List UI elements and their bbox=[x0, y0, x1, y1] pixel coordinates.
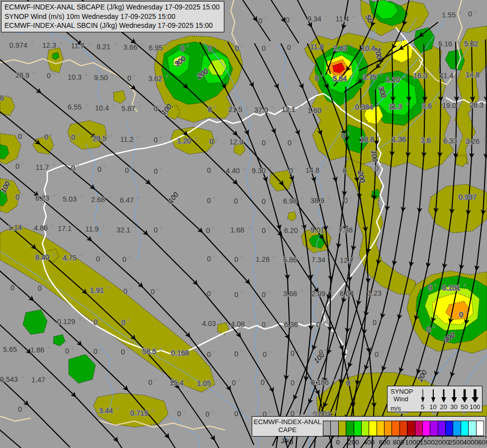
sbcin-value-label: 18.8 bbox=[360, 135, 374, 143]
sbcin-value-label: 0 bbox=[232, 379, 236, 387]
cape-color-cell bbox=[346, 421, 354, 436]
sbcin-value-label: 0 bbox=[121, 348, 125, 356]
sbcin-value-label: 0 bbox=[288, 139, 292, 147]
wind-speed-label: 100 bbox=[470, 403, 481, 411]
sbcin-value-label: 0 bbox=[319, 348, 323, 356]
sbcin-value-label: 0 bbox=[459, 311, 463, 319]
sbcin-value-label: 0 bbox=[96, 255, 100, 263]
cape-legend-name: ECMWF-INDEX-ANAL bbox=[252, 418, 323, 426]
sbcin-value-label: 0 bbox=[15, 162, 19, 170]
sbcin-value-label: 0 bbox=[154, 226, 158, 234]
sbcin-value-label: 4.08 bbox=[231, 320, 245, 328]
sbcin-value-label: 5.86 bbox=[283, 256, 297, 264]
sbcin-value-label: 0 bbox=[258, 17, 262, 25]
sbcin-value-label: 0 bbox=[208, 106, 212, 113]
cape-color-cell bbox=[423, 421, 430, 436]
sbcin-value-label: 0 bbox=[262, 139, 266, 147]
sbcin-value-label: 0 bbox=[121, 319, 125, 327]
weather-map-screen: 300200100100100502003001002003002001009.… bbox=[0, 0, 487, 448]
sbcin-value-label: 1.23 bbox=[368, 289, 382, 297]
cape-color-cell bbox=[430, 421, 438, 436]
sbcin-value-label: 17.1 bbox=[58, 224, 72, 232]
sbcin-value-label: 0 bbox=[234, 197, 238, 205]
cape-tick-label: 400 bbox=[363, 439, 375, 446]
title-line-wind: SYNOP Wind (m/s) 10m Wednesday 17-09-202… bbox=[4, 12, 220, 21]
sbcin-value-label: 0 bbox=[44, 133, 48, 141]
sbcin-value-label: 0 bbox=[154, 136, 158, 144]
cape-tick-label: 0 bbox=[336, 439, 340, 446]
wind-arrow-icon bbox=[450, 388, 458, 403]
contour-label: 100 bbox=[370, 150, 379, 162]
sbcin-value-label: 0 bbox=[15, 193, 19, 201]
sbcin-value-label: 10.4 bbox=[95, 104, 109, 112]
wind-arrow-5: 5 bbox=[417, 388, 428, 411]
sbcin-value-label: 0 bbox=[122, 255, 126, 263]
sbcin-value-label: 38.9 bbox=[310, 197, 324, 205]
cape-tick-label: 4000 bbox=[463, 439, 478, 446]
wind-arrow-20: 20 bbox=[438, 388, 449, 411]
sbcin-value-label: 11.7 bbox=[35, 163, 49, 171]
wind-speed-label: 30 bbox=[450, 403, 457, 411]
cape-tick-label: 800 bbox=[393, 439, 404, 446]
sbcin-value-label: 0 bbox=[177, 410, 181, 418]
wind-speed-label: 50 bbox=[461, 403, 468, 411]
sbcin-value-label: 0 bbox=[263, 350, 267, 358]
sbcin-value-label: 6.20 bbox=[284, 226, 298, 234]
sbcin-value-label: 1.14 bbox=[8, 224, 22, 231]
sbcin-value-label: 0 bbox=[261, 378, 265, 386]
sbcin-value-label: 0 bbox=[234, 255, 238, 263]
sbcin-value-label: 10.3 bbox=[68, 73, 82, 81]
sbcin-value-label: 1.86 bbox=[30, 346, 44, 354]
sbcin-value-label: 1.47 bbox=[31, 376, 45, 384]
wind-arrow-icon bbox=[461, 388, 469, 403]
sbcin-value-label: 15.4 bbox=[170, 379, 184, 387]
sbcin-value-label: 19.0 bbox=[442, 102, 456, 110]
sbcin-value-label: 5.02 bbox=[464, 40, 478, 48]
sbcin-value-label: 58.5 bbox=[142, 347, 156, 355]
sbcin-value-label: 3.6 bbox=[422, 102, 432, 110]
cape-color-cell bbox=[339, 421, 346, 436]
sbcin-value-label: 12.9 bbox=[229, 138, 243, 146]
map-canvas: 300200100100100502003001002003002001009.… bbox=[0, 0, 487, 448]
sbcin-value-label: 11.2 bbox=[120, 135, 133, 143]
sbcin-value-label: 2.43 bbox=[333, 44, 347, 52]
sbcin-value-label: 0 bbox=[207, 197, 211, 205]
sbcin-value-label: 0 bbox=[427, 326, 431, 334]
sbcin-value-label: 0 bbox=[316, 321, 320, 329]
sbcin-value-label: 1.55 bbox=[442, 11, 456, 19]
sbcin-value-label: 0 bbox=[205, 410, 209, 418]
sbcin-value-label: 11.7 bbox=[71, 42, 84, 50]
sbcin-value-label: 0 bbox=[127, 74, 131, 82]
sbcin-value-label: 0 bbox=[207, 166, 211, 174]
sbcin-value-label: 1.91 bbox=[90, 286, 104, 294]
sbcin-value-label: 0 bbox=[315, 74, 319, 82]
sbcin-value-label: 1.68 bbox=[230, 226, 244, 234]
sbcin-value-label: 0 bbox=[262, 226, 266, 234]
sbcin-value-label: 5.16 bbox=[438, 40, 452, 48]
cape-tick-label: 200 bbox=[348, 439, 359, 446]
sbcin-value-label: 0.543 bbox=[0, 375, 18, 383]
sbcin-value-label: 29.5 bbox=[93, 134, 106, 142]
sbcin-value-label: 12.7 bbox=[340, 256, 354, 264]
cape-color-cell bbox=[362, 421, 369, 436]
sbcin-value-label: 0.997 bbox=[459, 193, 477, 201]
sbcin-value-label: 0 bbox=[291, 379, 294, 387]
sbcin-value-label: 14.8 bbox=[466, 71, 480, 79]
sbcin-value-label: 10.4 bbox=[361, 44, 375, 52]
wind-arrow-50: 50 bbox=[459, 388, 470, 411]
sbcin-value-label: 5.87 bbox=[121, 105, 135, 112]
cape-tick-label: 2500 bbox=[449, 439, 464, 446]
sbcin-value-label: 0.129 bbox=[57, 318, 75, 326]
cape-color-cell bbox=[415, 421, 423, 436]
sbcin-value-label: 0 bbox=[235, 44, 239, 52]
sbcin-value-label: 0 bbox=[375, 164, 379, 172]
wind-speed-label: 10 bbox=[429, 403, 436, 411]
sbcin-value-label: 37.0 bbox=[254, 106, 268, 114]
wind-speed-label: 5 bbox=[421, 403, 424, 411]
sbcin-value-label: 9.50 bbox=[94, 74, 108, 82]
cape-tick-label: 6000 bbox=[478, 439, 487, 446]
cape-tick-label: 1000 bbox=[405, 439, 420, 446]
sbcin-value-label: 5.65 bbox=[3, 345, 17, 353]
wind-speed-arrow-scale: 510203050100 bbox=[417, 388, 480, 411]
sbcin-value-label: 0 bbox=[154, 105, 158, 112]
